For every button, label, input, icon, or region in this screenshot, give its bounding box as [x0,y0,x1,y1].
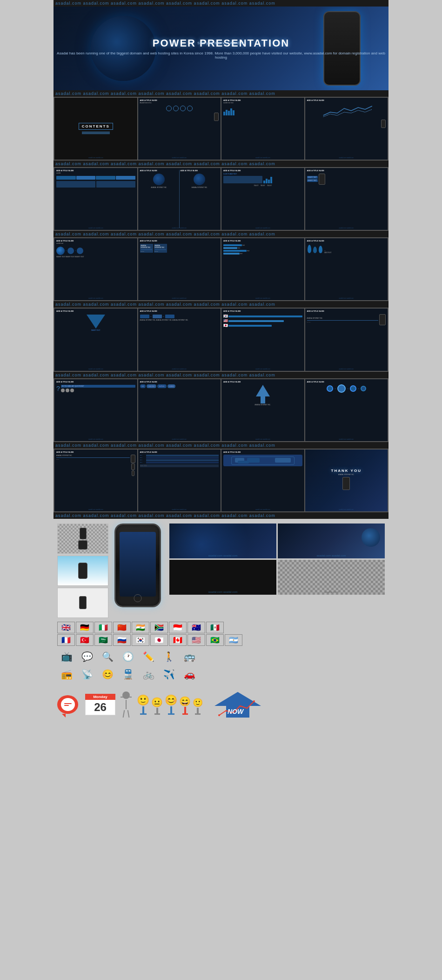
flag-de[interactable]: 🇩🇪 [76,622,94,633]
hero-content: Start your business ASADAL POWER PRESENT… [54,37,388,60]
bike-icon[interactable]: 🚲 [139,666,158,683]
phone-thumb-3 [57,588,108,618]
chat-icon[interactable]: 💬 [78,649,96,665]
slide-thumb-8[interactable]: ADD A TITLE SLIDE INSERT TEXT INSERT TEX… [305,168,388,230]
slide-thumb-9[interactable]: ADD A TITLE SLIDE subtitle text → → INSE… [54,238,137,300]
slide-thumb-14[interactable]: ADD A TITLE SLIDE → → ASADAL INTERNET IN… [138,309,221,370]
watermark-top: asadal.com asadal.com asadal.com asadal.… [54,0,388,7]
assets-main-section: asadal.com asadal.com asadal.com asadal.… [57,524,385,618]
hero-slide: Start your business ASADAL POWER PRESENT… [54,7,388,90]
flag-br[interactable]: 🇧🇷 [206,634,224,646]
slide-thumb-23[interactable]: ADD A TITLE SLIDE asadal.com asadal.com [221,450,304,511]
calendar-widget: Monday 26 [85,694,115,715]
flag-uk[interactable]: 🇬🇧 [57,622,75,633]
misc-items-row: Monday 26 🙂 [57,687,385,722]
slide-thumb-6[interactable]: ADD A TITLE SLIDE ASADAL INTERNET INC. A… [138,168,221,230]
flags-row-2: 🇫🇷 🇹🇷 🇸🇦 🇷🇺 🇰🇷 🇯🇵 🇨🇦 🇺🇸 🇧🇷 🇦🇷 [57,634,385,646]
slide-thumb-24[interactable]: THANK YOU ASADAL INTERNET INC. asadal.co… [305,450,388,511]
dark-slides-right: asadal.com asadal.com asadal.com asadal.… [169,524,385,595]
slide-thumb-11[interactable]: ADD A TITLE SLIDE text text text [221,238,304,300]
bus-icon[interactable]: 🚌 [180,649,199,665]
flag-au[interactable]: 🇦🇺 [188,622,205,633]
svg-point-1 [218,714,220,716]
smiley-plain-2: 🙂 [193,698,203,715]
smiley-plain-1: 😐 [151,697,163,715]
slides-grid-row5: ADD A TITLE SLIDE ? DO YOU HAVE ANY QUES… [54,378,388,442]
slide-thumb-22[interactable]: ADD A TITLE SLIDE TEXT TEXT TEXT [138,450,221,511]
now-arrow-logo: NOW [210,690,261,720]
antenna-icon[interactable]: 📡 [78,666,96,683]
slides-grid-row1: CONTENTS asadal.com asadal.com ADD A TIT… [54,97,388,161]
slide-thumb-5[interactable]: ADD A TITLE SLIDE subtitle asadal.com as… [54,168,137,230]
slides-grid-row4: ADD A TITLE SLIDE INSERT TEXT asadal.com… [54,308,388,371]
dark-panel-checker: asadal.com [278,560,385,595]
svg-text:NOW: NOW [228,708,244,715]
smiley-faces-row: 🙂 😐 😊 😄 🙂 [137,694,203,715]
flag-ca[interactable]: 🇨🇦 [169,634,187,646]
watermark-mid1: asadal.com asadal.com asadal.com asadal.… [54,90,388,97]
watermark-mid6: asadal.com asadal.com asadal.com asadal.… [54,442,388,449]
car-icon[interactable]: 🚗 [180,666,199,683]
watermark-mid3: asadal.com asadal.com asadal.com asadal.… [54,231,388,237]
slide-thumb-17[interactable]: ADD A TITLE SLIDE ? DO YOU HAVE ANY QUES… [54,379,137,441]
flag-mx[interactable]: 🇲🇽 [206,622,224,633]
smiley-icon[interactable]: 😊 [98,666,117,683]
slides-grid-row2: ADD A TITLE SLIDE subtitle asadal.com as… [54,167,388,231]
flag-tr[interactable]: 🇹🇷 [76,634,94,646]
flags-row-1: 🇬🇧 🇩🇪 🇮🇹 🇨🇳 🇮🇳 🇿🇦 🇮🇩 🇦🇺 🇲🇽 [57,622,385,633]
watermark-bottom: asadal.com asadal.com asadal.com asadal.… [54,512,388,519]
train-icon[interactable]: 🚆 [119,666,137,683]
slide-thumb-3[interactable]: ADD A TITLE SLIDE subtitle text here asa… [221,98,304,160]
plane-icon[interactable]: ✈️ [160,666,178,683]
flag-ar[interactable]: 🇦🇷 [225,634,242,646]
slide-thumb-7[interactable]: ADD A TITLE SLIDE CLICK TO ADD TEXT [221,168,304,230]
smiley-blue-1: 🙂 [137,694,149,715]
tv-icon[interactable]: 📺 [57,649,76,665]
dark-panel-plain: asadal.com asadal.com [169,560,276,595]
watermark-mid2: asadal.com asadal.com asadal.com asadal.… [54,161,388,167]
slide-thumb-20[interactable]: ADD A TITLE SLIDE → → → asadal.com asada… [305,379,388,441]
slide-thumb-15[interactable]: ADD A TITLE SLIDE 🇰🇷 🇺🇸 🇯🇵 [221,309,304,370]
thankyou-label: THANK YOU [331,469,362,473]
contents-label: CONTENTS [79,123,113,130]
person-figure [122,691,130,718]
dark-panel-space: asadal.com asadal.com [169,524,276,558]
slide-thumb-10[interactable]: ADD A TITLE SLIDE ASADAL INTERNET INC. t… [138,238,221,300]
hero-subtitle-text: Asadal has been running one of the bigge… [54,51,388,60]
smiley-blue-2: 😊 [165,694,177,715]
edit-icon[interactable]: ✏️ [139,649,158,665]
flag-fr[interactable]: 🇫🇷 [57,634,75,646]
chat-bubble-widget [57,695,78,714]
slide-thumb-19[interactable]: ADD A TITLE SLIDE ASADAL INTERNET INC. a… [221,379,304,441]
big-phone-display [110,524,166,607]
slides-grid-row6: ADD A TITLE SLIDE ASADAL INTERNET INC. d… [54,449,388,512]
smiley-red: 😄 [179,696,191,715]
slide-thumb-16[interactable]: ADD A TITLE SLIDE ASADAL INTERNET INC. t… [305,309,388,370]
clock-icon[interactable]: 🕐 [119,649,137,665]
flag-us[interactable]: 🇺🇸 [188,634,205,646]
flag-cn[interactable]: 🇨🇳 [113,622,131,633]
slide-thumb-1[interactable]: CONTENTS asadal.com asadal.com [54,98,137,160]
watermark-mid5: asadal.com asadal.com asadal.com asadal.… [54,372,388,378]
svg-point-2 [253,700,255,702]
flag-jp[interactable]: 🇯🇵 [150,634,168,646]
flag-id[interactable]: 🇮🇩 [169,622,187,633]
radio-icon[interactable]: 📻 [57,666,76,683]
watermark-mid4: asadal.com asadal.com asadal.com asadal.… [54,301,388,308]
slide-thumb-21[interactable]: ADD A TITLE SLIDE ASADAL INTERNET INC. d… [54,450,137,511]
phone-thumb-1 [57,524,108,554]
flag-ru[interactable]: 🇷🇺 [113,634,131,646]
slide-thumb-13[interactable]: ADD A TITLE SLIDE INSERT TEXT asadal.com… [54,309,137,370]
slide-thumb-18[interactable]: ADD A TITLE SLIDE text more text text he… [138,379,221,441]
person-walk-icon[interactable]: 🚶 [160,649,178,665]
slide-thumb-12[interactable]: ADD A TITLE SLIDE =ADD TEXT asadal.com a… [305,238,388,300]
slides-grid-row3: ADD A TITLE SLIDE subtitle text → → INSE… [54,237,388,301]
flag-za[interactable]: 🇿🇦 [150,622,168,633]
flag-sa[interactable]: 🇸🇦 [94,634,112,646]
search-icon[interactable]: 🔍 [98,649,117,665]
flag-in[interactable]: 🇮🇳 [132,622,149,633]
flag-it[interactable]: 🇮🇹 [94,622,112,633]
slide-thumb-2[interactable]: ADD A TITLE SLIDE Asadal Internet Inc. a… [138,98,221,160]
slide-thumb-4[interactable]: ADD A TITLE SLIDE asadal.com asadal.com [305,98,388,160]
flag-kr[interactable]: 🇰🇷 [132,634,149,646]
